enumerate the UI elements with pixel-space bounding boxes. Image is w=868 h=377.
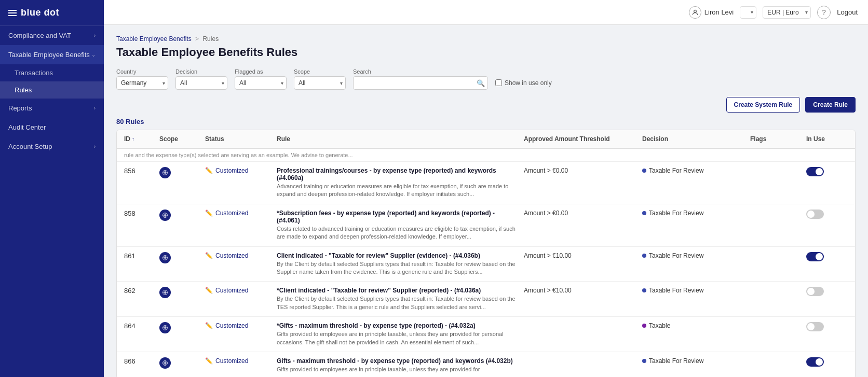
scope-icon xyxy=(159,287,171,298)
cell-status[interactable]: ✏️ Customized xyxy=(205,287,273,294)
chevron-right-icon: › xyxy=(94,33,96,38)
cell-rule[interactable]: *Gifts - maximum threshold - by expense … xyxy=(277,322,520,346)
sidebar-item-account-setup[interactable]: Account Setup › xyxy=(0,137,104,156)
cell-inuse[interactable] xyxy=(806,210,848,219)
sidebar-item-compliance[interactable]: Compliance and VAT › xyxy=(0,26,104,45)
search-icon[interactable]: 🔍 xyxy=(477,79,485,87)
cell-inuse[interactable] xyxy=(806,252,848,261)
sidebar-item-reports[interactable]: Reports › xyxy=(0,99,104,118)
table-row[interactable]: 861 ✏️ Customized Client indicated - "Ta… xyxy=(117,247,855,282)
table-row[interactable]: 862 ✏️ Customized *Client indicated - "T… xyxy=(117,282,855,317)
table-row[interactable]: 856 ✏️ Customized Professional trainings… xyxy=(117,162,855,204)
cell-scope xyxy=(159,287,201,298)
rule-title: *Gifts - maximum threshold - by expense … xyxy=(277,322,520,329)
country-select[interactable]: Germany xyxy=(116,76,168,90)
status-label: Customized xyxy=(215,287,248,294)
in-use-toggle[interactable] xyxy=(806,210,824,219)
decision-label: Taxable For Review xyxy=(649,252,703,259)
cell-inuse[interactable] xyxy=(806,167,848,176)
show-in-use-label[interactable]: Show in use only xyxy=(495,79,552,87)
currency-select[interactable]: EUR | Euro xyxy=(763,6,811,19)
cell-scope xyxy=(159,322,201,333)
pencil-icon: ✏️ xyxy=(205,167,213,174)
decision-label: Taxable For Review xyxy=(649,167,703,174)
in-use-toggle[interactable] xyxy=(806,322,824,331)
in-use-toggle[interactable] xyxy=(806,167,824,176)
col-header-id[interactable]: ID ↑ xyxy=(124,135,155,143)
show-in-use-checkbox[interactable] xyxy=(495,79,502,86)
rules-count: 80 Rules xyxy=(116,118,856,125)
rule-desc: Gifts provided to employees are in princ… xyxy=(277,330,520,346)
cell-amount: Amount > €0.00 xyxy=(524,210,638,217)
cell-status[interactable]: ✏️ Customized xyxy=(205,167,273,174)
create-system-rule-button[interactable]: Create System Rule xyxy=(726,97,801,113)
rules-table: ID ↑ Scope Status Rule Approved Amount T… xyxy=(116,130,856,377)
user-menu[interactable]: Liron Levi xyxy=(689,6,734,19)
table-body: 856 ✏️ Customized Professional trainings… xyxy=(117,162,855,377)
cell-rule[interactable]: Professional trainings/courses - by expe… xyxy=(277,167,520,199)
user-avatar-icon xyxy=(689,6,701,19)
decision-dot xyxy=(642,288,646,292)
create-rule-button[interactable]: Create Rule xyxy=(805,97,856,113)
sidebar-sub-transactions[interactable]: Transactions xyxy=(0,64,104,81)
cell-decision: Taxable For Review xyxy=(642,210,746,217)
cell-id: 858 xyxy=(124,210,155,217)
company-select[interactable] xyxy=(740,6,756,19)
rule-title: *Client indicated - "Taxable for review"… xyxy=(277,287,520,294)
decision-label: Taxable For Review xyxy=(649,357,703,365)
in-use-toggle[interactable] xyxy=(806,252,824,261)
rule-title: Gifts - maximum threshold - by expense t… xyxy=(277,357,520,365)
actions-row: Create System Rule Create Rule xyxy=(116,97,856,113)
decision-filter: Decision All xyxy=(175,68,227,90)
country-filter: Country Germany xyxy=(116,68,168,90)
decision-select[interactable]: All xyxy=(175,76,227,90)
sidebar-sub-rules[interactable]: Rules xyxy=(0,81,104,99)
hamburger-menu[interactable] xyxy=(8,10,17,16)
flagged-as-select[interactable]: All xyxy=(235,76,287,90)
logout-button[interactable]: Logout xyxy=(837,8,858,16)
rule-desc: Costs related to advanced training or ed… xyxy=(277,225,520,241)
col-header-flags: Flags xyxy=(750,135,802,143)
cell-status[interactable]: ✏️ Customized xyxy=(205,252,273,259)
breadcrumb: Taxable Employee Benefits > Rules xyxy=(116,35,856,43)
pencil-icon: ✏️ xyxy=(205,287,213,294)
in-use-toggle[interactable] xyxy=(806,287,824,296)
toggle-thumb xyxy=(816,168,823,175)
scope-select[interactable]: All xyxy=(294,76,346,90)
svg-point-0 xyxy=(694,10,697,12)
cell-rule[interactable]: *Client indicated - "Taxable for review"… xyxy=(277,287,520,311)
sidebar-item-audit[interactable]: Audit Center xyxy=(0,118,104,137)
help-button[interactable]: ? xyxy=(817,6,831,19)
table-row[interactable]: 864 ✏️ Customized *Gifts - maximum thres… xyxy=(117,317,855,352)
currency-select-wrapper: EUR | Euro xyxy=(763,6,811,19)
cell-status[interactable]: ✏️ Customized xyxy=(205,210,273,217)
pencil-icon: ✏️ xyxy=(205,357,213,365)
sidebar-item-taxable[interactable]: Taxable Employee Benefits ⌄ xyxy=(0,45,104,64)
cell-id: 866 xyxy=(124,357,155,365)
cell-rule[interactable]: *Subscription fees - by expense type (re… xyxy=(277,210,520,241)
flagged-as-filter: Flagged as All xyxy=(235,68,287,90)
in-use-toggle[interactable] xyxy=(806,357,824,367)
cell-rule[interactable]: Gifts - maximum threshold - by expense t… xyxy=(277,357,520,373)
col-header-status: Status xyxy=(205,135,273,143)
chevron-right-icon: › xyxy=(94,105,96,111)
cell-scope xyxy=(159,167,201,178)
company-select-wrapper xyxy=(740,6,756,19)
table-row[interactable]: 866 ✏️ Customized Gifts - maximum thresh… xyxy=(117,352,855,377)
cell-decision: Taxable For Review xyxy=(642,287,746,294)
cell-status[interactable]: ✏️ Customized xyxy=(205,357,273,365)
search-group: Search 🔍 xyxy=(353,68,488,90)
rule-desc: By the Client by default selected Suppli… xyxy=(277,295,520,311)
cell-id: 864 xyxy=(124,322,155,330)
table-row[interactable]: 858 ✏️ Customized *Subscription fees - b… xyxy=(117,204,855,247)
chevron-down-icon: ⌄ xyxy=(91,52,96,58)
cell-status[interactable]: ✏️ Customized xyxy=(205,322,273,329)
cell-rule[interactable]: Client indicated - "Taxable for review" … xyxy=(277,252,520,276)
cell-inuse[interactable] xyxy=(806,287,848,296)
cell-inuse[interactable] xyxy=(806,322,848,331)
search-input[interactable] xyxy=(353,76,488,90)
sidebar: blue dot Compliance and VAT › Taxable Em… xyxy=(0,0,104,377)
cell-inuse[interactable] xyxy=(806,357,848,367)
cell-decision: Taxable For Review xyxy=(642,167,746,174)
cell-decision: Taxable xyxy=(642,322,746,329)
